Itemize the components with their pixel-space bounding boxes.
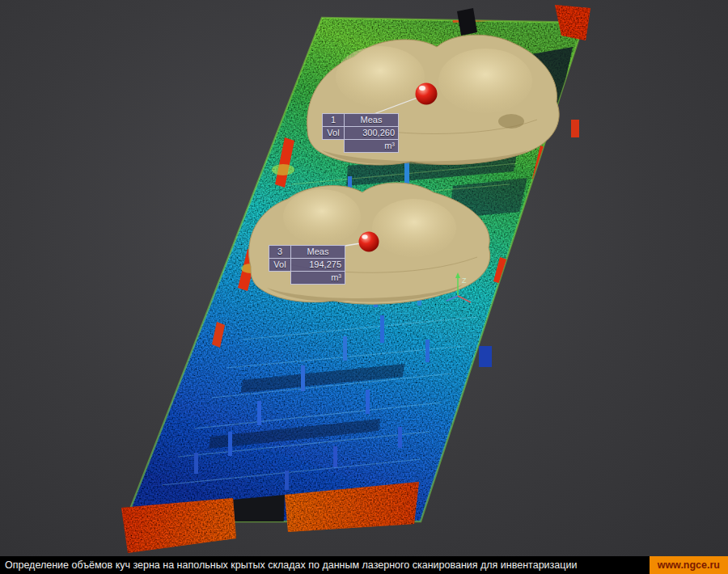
- column-point: [194, 453, 198, 474]
- measurement-2-value-row: Vol 194,275: [269, 258, 345, 272]
- sphere-2-highlight: [362, 234, 367, 238]
- column-point: [228, 432, 232, 456]
- column-point: [257, 401, 261, 425]
- axis-z-label: Z: [462, 276, 467, 285]
- column-point: [285, 471, 289, 490]
- column-point: [333, 446, 337, 467]
- warehouse-scan: Z: [121, 5, 590, 553]
- point-cloud-viewport[interactable]: Z: [0, 0, 728, 556]
- column-point: [301, 365, 305, 391]
- measurement-2-header-row: 3 Meas: [269, 245, 345, 259]
- scan-scene-canvas[interactable]: Z: [0, 0, 728, 556]
- measurement-2-id: 3: [269, 245, 291, 259]
- measurement-1-type: Meas: [344, 113, 399, 127]
- measurement-2-unit-row: m³: [269, 271, 345, 285]
- shadow-patch: [233, 495, 285, 540]
- column-point: [366, 390, 370, 414]
- measurement-1-vol-label: Vol: [322, 126, 345, 140]
- measurement-1-value: 300,260: [344, 126, 399, 140]
- caption-bar: Определение объёмов куч зерна на напольн…: [0, 556, 728, 574]
- measurement-2-value: 194,275: [290, 258, 345, 272]
- measurement-1-unit: m³: [344, 139, 399, 153]
- measurement-2-vol-label: Vol: [269, 258, 291, 272]
- measurement-label-1[interactable]: 1 Meas Vol 300,260 m³: [322, 113, 399, 153]
- measurement-2-type: Meas: [290, 245, 345, 259]
- column-point: [380, 315, 384, 343]
- caption-text: Определение объёмов куч зерна на напольн…: [0, 559, 577, 571]
- measurement-label-2[interactable]: 3 Meas Vol 194,275 m³: [269, 245, 345, 285]
- measurement-sphere-2[interactable]: [359, 232, 379, 252]
- measurement-1-header-row: 1 Meas: [322, 113, 399, 127]
- measurement-2-unit: m³: [290, 271, 345, 285]
- column-point: [425, 340, 430, 362]
- blue-debris: [479, 346, 492, 367]
- sphere-1-highlight: [419, 86, 425, 91]
- column-point: [343, 336, 347, 361]
- hot-debris: [571, 120, 579, 137]
- measurement-1-value-row: Vol 300,260: [322, 126, 399, 140]
- measurement-1-id: 1: [322, 113, 345, 127]
- hot-spot: [272, 164, 294, 175]
- column-point: [398, 427, 402, 448]
- hot-strip-bottom-left: [121, 498, 236, 553]
- measurement-sphere-1[interactable]: [416, 83, 438, 105]
- measurement-1-unit-row: m³: [322, 139, 399, 153]
- site-watermark-link[interactable]: www.ngce.ru: [650, 556, 728, 574]
